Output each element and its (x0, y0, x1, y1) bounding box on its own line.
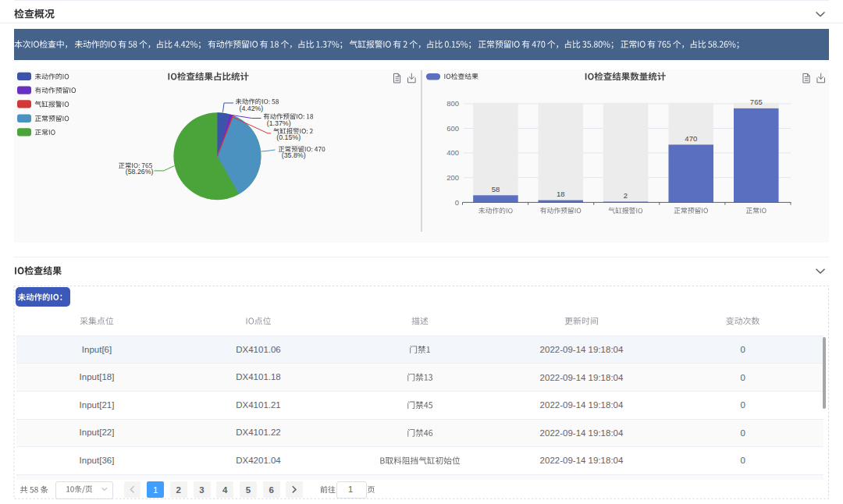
svg-text:(4.42%): (4.42%) (240, 105, 264, 112)
svg-text:6: 6 (269, 485, 273, 495)
svg-text:(1.37%): (1.37%) (267, 119, 291, 127)
svg-text:58: 58 (492, 185, 500, 193)
svg-text:0: 0 (740, 400, 745, 410)
svg-text:600: 600 (446, 124, 459, 133)
svg-text:Input[22]: Input[22] (80, 428, 115, 437)
svg-text:Input[6]: Input[6] (82, 345, 112, 354)
svg-text:2022-09-14 19:18:04: 2022-09-14 19:18:04 (540, 428, 624, 438)
svg-text:DX4101.06: DX4101.06 (236, 345, 281, 354)
svg-text:(58.26%): (58.26%) (126, 168, 154, 176)
svg-text:800: 800 (446, 99, 459, 108)
svg-text:1: 1 (348, 484, 353, 494)
svg-text:765: 765 (750, 98, 763, 106)
svg-text:0: 0 (740, 373, 745, 382)
svg-text:0: 0 (740, 345, 745, 354)
svg-text:DX4101.21: DX4101.21 (236, 400, 281, 410)
svg-text:Input[18]: Input[18] (80, 372, 115, 382)
svg-text:470: 470 (685, 134, 697, 143)
svg-text:2: 2 (176, 485, 181, 495)
svg-text:1: 1 (153, 485, 158, 495)
svg-text:2022-09-14 19:18:04: 2022-09-14 19:18:04 (540, 345, 624, 354)
svg-text:Input[36]: Input[36] (80, 456, 115, 465)
svg-text:5: 5 (246, 485, 251, 495)
svg-text:4: 4 (222, 485, 228, 495)
svg-text:0: 0 (455, 198, 459, 207)
svg-text:0: 0 (740, 428, 745, 438)
svg-text:2022-09-14 19:18:04: 2022-09-14 19:18:04 (540, 456, 624, 465)
svg-text:200: 200 (446, 173, 459, 182)
svg-text:2022-09-14 19:18:04: 2022-09-14 19:18:04 (540, 400, 624, 410)
svg-text:2: 2 (624, 191, 628, 200)
svg-text:3: 3 (199, 485, 204, 495)
svg-text:(35.8%): (35.8%) (282, 151, 306, 159)
svg-text:18: 18 (557, 190, 565, 198)
svg-text:DX4201.04: DX4201.04 (236, 456, 281, 465)
svg-text:400: 400 (446, 148, 459, 157)
svg-text:2022-09-14 19:18:04: 2022-09-14 19:18:04 (540, 373, 624, 382)
svg-text:0: 0 (740, 456, 745, 465)
svg-text:(0.15%): (0.15%) (276, 133, 301, 141)
svg-text:Input[21]: Input[21] (80, 400, 115, 410)
svg-text:DX4101.22: DX4101.22 (236, 428, 281, 437)
svg-text:DX4101.18: DX4101.18 (236, 372, 281, 382)
